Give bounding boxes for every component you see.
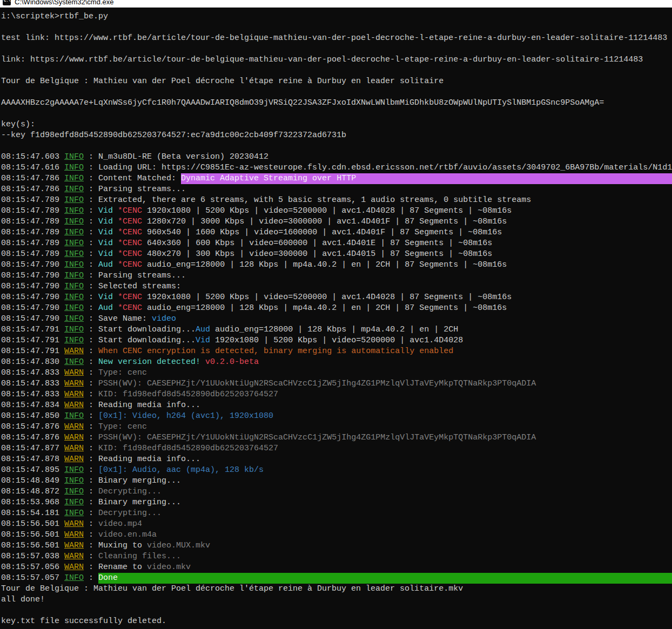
log-text: 08:15:47.790 (1, 260, 64, 270)
log-text: : (84, 573, 98, 584)
log-text: 08:15:48.872 (1, 486, 64, 497)
terminal-output[interactable]: i:\scriptek>rtbf_be.pytest link: https:/… (0, 8, 672, 629)
log-text: 08:15:47.789 (1, 217, 64, 227)
terminal-line: 08:15:47.789 INFO : Vid *CENC 480x270 | … (1, 249, 672, 260)
log-text: : Save Name: (84, 314, 152, 324)
terminal-line: 08:15:48.849 INFO : Binary merging... (1, 476, 672, 486)
log-level-warn: WARN (64, 519, 84, 530)
log-text: 08:15:53.968 (1, 497, 64, 508)
log-text: : Binary merging... (84, 476, 181, 486)
terminal-line: 08:15:47.786 INFO : Content Matched: Dyn… (1, 173, 672, 184)
log-text: 08:15:47.833 (1, 378, 64, 389)
terminal-line: i:\scriptek>rtbf_be.py (1, 11, 672, 22)
terminal-line: AAAAXHBzc2gAAAAA7e+LqXnWSs6jyCfc1R0h7QAA… (1, 98, 672, 109)
terminal-line: 08:15:47.895 INFO : [0x1]: Audio, aac (m… (1, 465, 672, 476)
log-text: Vid (98, 292, 113, 303)
log-text: 08:15:47.789 (1, 195, 64, 206)
log-level-info: INFO (64, 573, 84, 584)
log-text: 08:15:47.878 (1, 454, 64, 465)
titlebar-content: C:\ C:\Windows\System32\cmd.exe (3, 0, 114, 7)
log-text: *CENC (118, 206, 142, 217)
log-text: Tour de Belgique : Mathieu van der Poel … (1, 76, 443, 87)
log-text: 08:15:47.833 (1, 368, 64, 378)
log-text: 08:15:47.833 (1, 389, 64, 400)
log-level-warn: WARN (64, 551, 84, 562)
terminal-line: 08:15:47.789 INFO : Vid *CENC 640x360 | … (1, 238, 672, 249)
log-text: : N_m3u8DL-RE (Beta version) 20230412 (84, 152, 268, 163)
log-text: 08:15:56.501 (1, 519, 64, 530)
log-text: Aud (98, 303, 113, 314)
terminal-line: 08:15:47.789 INFO : Extracted, there are… (1, 195, 672, 206)
log-level-warn: WARN (64, 400, 84, 411)
log-level-warn: WARN (64, 540, 84, 551)
log-text: 1920x1080 | 5200 Kbps | video=5200000 | … (142, 292, 512, 303)
log-text: *CENC (118, 238, 142, 249)
log-text: [0x1]: Audio, aac (mp4a), 128 kb/s (98, 465, 264, 476)
log-text: *CENC (118, 292, 142, 303)
terminal-line: 08:15:47.876 WARN : PSSH(WV): CAESEPHZjt… (1, 432, 672, 443)
log-text: : (84, 368, 98, 378)
log-text: Vid (98, 217, 113, 227)
log-text: KID: f1d98edfd8d5452890db625203764527 (98, 389, 278, 400)
log-text: audio_eng=128000 | 128 Kbps | mp4a.40.2 … (142, 303, 507, 314)
terminal-line (1, 141, 672, 152)
log-level-info: INFO (64, 173, 84, 184)
log-text: 08:15:57.038 (1, 551, 64, 562)
log-text: Tour de Belgique : Mathieu van der Poel … (1, 584, 463, 594)
log-level-warn: WARN (64, 454, 84, 465)
log-text: 08:15:47.616 (1, 163, 64, 173)
terminal-line: 08:15:47.833 WARN : Type: cenc (1, 368, 672, 378)
terminal-line: 08:15:47.786 INFO : Parsing streams... (1, 184, 672, 195)
terminal-line: 08:15:56.501 WARN : video.mp4 (1, 519, 672, 530)
log-text: : (84, 238, 98, 249)
terminal-line: 08:15:56.501 WARN : video.en.m4a (1, 530, 672, 540)
log-level-warn: WARN (64, 368, 84, 378)
log-level-info: INFO (64, 163, 84, 173)
terminal-line: 08:15:47.876 WARN : Type: cenc (1, 422, 672, 432)
log-text: 08:15:54.181 (1, 508, 64, 519)
terminal-line: link: https://www.rtbf.be/article/tour-d… (1, 55, 672, 65)
log-text: video.mp4 (98, 519, 142, 530)
log-text: *CENC (118, 303, 142, 314)
log-text: Vid (98, 249, 113, 260)
terminal-line: 08:15:47.878 WARN : Reading media info..… (1, 454, 672, 465)
log-text: : Parsing streams... (84, 184, 186, 195)
terminal-line: 08:15:47.616 INFO : Loading URL: https:/… (1, 163, 672, 173)
log-level-info: INFO (64, 292, 84, 303)
log-text: 08:15:47.876 (1, 432, 64, 443)
terminal-line: test link: https://www.rtbf.be/article/t… (1, 33, 672, 44)
log-text: 08:15:57.056 (1, 562, 64, 573)
log-text: : (84, 227, 98, 238)
terminal-line (1, 109, 672, 119)
terminal-line: 08:15:47.833 WARN : KID: f1d98edfd8d5452… (1, 389, 672, 400)
log-level-warn: WARN (64, 422, 84, 432)
terminal-line (1, 87, 672, 98)
log-text: 08:15:47.876 (1, 422, 64, 432)
log-text: : Rename to (84, 562, 147, 573)
log-text: : (84, 508, 98, 519)
log-level-info: INFO (64, 281, 84, 292)
log-text: Aud (98, 260, 113, 270)
terminal-line: 08:15:47.790 INFO : Parsing streams... (1, 270, 672, 281)
log-text: : Selected streams: (84, 281, 181, 292)
log-text (113, 260, 118, 270)
terminal-line: Tour de Belgique : Mathieu van der Poel … (1, 584, 672, 594)
log-text: 08:15:47.790 (1, 281, 64, 292)
log-text: 08:15:48.849 (1, 476, 64, 486)
log-text: i:\scriptek>rtbf_be.py (1, 11, 108, 22)
log-level-warn: WARN (64, 346, 84, 357)
terminal-line: 08:15:47.791 INFO : Start downloading...… (1, 335, 672, 346)
terminal-line: 08:15:56.501 WARN : Muxing to video.MUX.… (1, 540, 672, 551)
terminal-line: 08:15:47.790 INFO : Selected streams: (1, 281, 672, 292)
log-text: Type: cenc (98, 368, 147, 378)
log-text: 08:15:47.786 (1, 184, 64, 195)
log-level-info: INFO (64, 270, 84, 281)
log-level-info: INFO (64, 465, 84, 476)
terminal-line: 08:15:54.181 INFO : Decrypting... (1, 508, 672, 519)
log-text: : (84, 422, 98, 432)
log-text: 08:15:47.850 (1, 411, 64, 422)
window-titlebar[interactable]: C:\ C:\Windows\System32\cmd.exe (0, 0, 672, 8)
log-text: 08:15:47.789 (1, 227, 64, 238)
log-text: : Binary merging... (84, 497, 181, 508)
terminal-line: 08:15:47.789 INFO : Vid *CENC 1920x1080 … (1, 206, 672, 217)
